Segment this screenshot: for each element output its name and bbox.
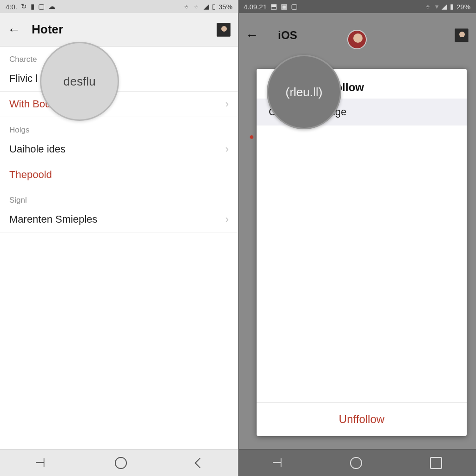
calendar-icon: ▢ — [291, 2, 298, 11]
battery-icon: ▯ — [212, 2, 216, 11]
item-label: Thepoold — [9, 169, 52, 181]
lens-text: (rleu.ll) — [285, 85, 322, 99]
nav-back-icon[interactable] — [194, 457, 205, 468]
status-time: 4:0. — [6, 3, 17, 11]
location-icon: ▾ — [435, 2, 439, 11]
unfollow-button[interactable]: Unffollow — [257, 402, 467, 436]
item-label: Marenten Smieples — [9, 213, 98, 225]
item-label: Flivic l — [9, 73, 38, 85]
android-navbar: ⊣ — [0, 449, 238, 476]
nav-home-icon[interactable] — [350, 457, 362, 469]
nav-home-icon[interactable] — [115, 457, 127, 469]
list-item[interactable]: Thepoold — [0, 162, 238, 187]
nav-recent-icon[interactable]: ⊣ — [35, 456, 46, 470]
section-label: Signl — [0, 187, 238, 207]
chevron-right-icon: › — [225, 143, 229, 155]
magnifier-overlay: (rleu.ll) — [267, 55, 341, 129]
section-label: Charcte — [0, 46, 238, 66]
list-item[interactable]: Marenten Smieples › — [0, 207, 238, 232]
nav-overview-icon[interactable] — [430, 457, 442, 469]
wifi-icon: ᯤ — [425, 3, 432, 11]
section-label: Holgs — [0, 117, 238, 137]
card-icon: ▣ — [281, 2, 287, 11]
status-time: 4.09.21 — [244, 3, 267, 11]
rotate-icon: ↻ — [21, 2, 27, 11]
sheet-body — [257, 126, 467, 402]
lens-text: desflu — [63, 74, 95, 89]
battery-icon: ▮ — [450, 2, 454, 11]
wifi-icon: ᯤ — [184, 3, 191, 11]
left-phone: 4:0. ↻ ▮ ▢ ☁ ᯤ ᯤ ◢ ▯ 35% ← Hoter Charcte… — [0, 0, 238, 476]
page-title: Hoter — [32, 22, 63, 37]
signal-icon: ◢ — [204, 2, 209, 11]
android-navbar: ⊣ — [238, 449, 476, 476]
chevron-right-icon: › — [225, 98, 229, 110]
page-title: iOS — [278, 29, 297, 42]
back-arrow-icon[interactable]: ← — [7, 23, 20, 36]
list-item[interactable]: With Bout › — [0, 92, 238, 117]
download-icon: ⬒ — [271, 2, 277, 11]
avatar[interactable] — [455, 28, 469, 42]
calendar-icon: ▢ — [38, 2, 45, 11]
appbar-right: ← iOS — [238, 13, 476, 58]
chevron-right-icon: › — [225, 213, 229, 225]
list-item[interactable]: Flivic l — [0, 66, 238, 92]
split-divider — [238, 0, 239, 476]
list-peek-icon: ● — [249, 132, 255, 141]
statusbar-left: 4:0. ↻ ▮ ▢ ☁ ᯤ ᯤ ◢ ▯ 35% — [0, 0, 238, 13]
statusbar-right: 4.09.21 ⬒ ▣ ▢ ᯤ ▾ ◢ ▮ 29% — [238, 0, 476, 13]
profile-avatar[interactable] — [347, 30, 367, 49]
unfollow-label: Unffollow — [339, 413, 384, 425]
nav-recent-icon[interactable]: ⊣ — [272, 456, 283, 470]
wifi-dim-icon: ᯤ — [194, 3, 201, 11]
item-label: Uaihole ides — [9, 143, 66, 155]
appbar-left: ← Hoter — [0, 13, 238, 46]
cloud-icon: ☁ — [48, 2, 55, 11]
avatar[interactable] — [217, 23, 231, 37]
list-item[interactable]: Uaihole ides › — [0, 137, 238, 162]
back-arrow-icon[interactable]: ← — [245, 29, 258, 42]
magnifier-overlay: desflu — [40, 42, 119, 121]
signal-icon: ◢ — [442, 2, 447, 11]
battery-pct: 35% — [218, 3, 232, 11]
settings-list: Charcte Flivic l With Bout › Holgs Uaiho… — [0, 46, 238, 449]
sim-icon: ▮ — [31, 2, 34, 11]
battery-pct: 29% — [456, 3, 470, 11]
right-phone: 4.09.21 ⬒ ▣ ▢ ᯤ ▾ ◢ ▮ 29% ← iOS ● P — [238, 0, 476, 476]
